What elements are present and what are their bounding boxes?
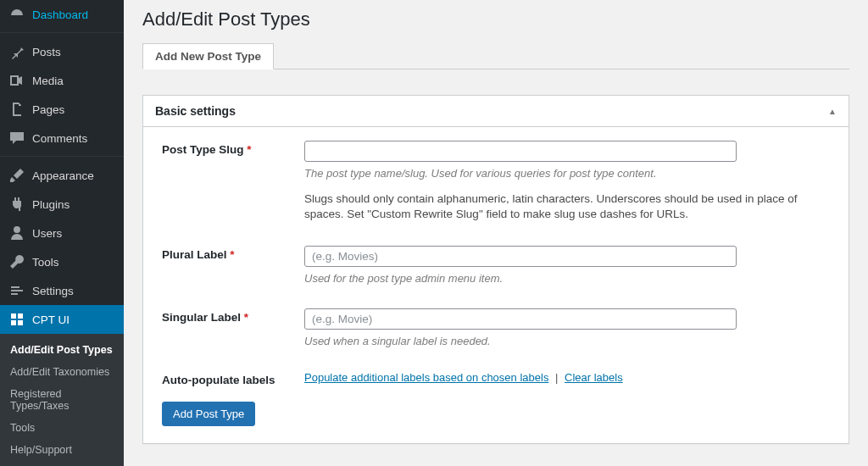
link-clear-labels[interactable]: Clear labels [565, 371, 623, 384]
postbox-header: Basic settings ▲ [143, 96, 849, 127]
menu-appearance[interactable]: Appearance [0, 161, 124, 190]
menu-pages[interactable]: Pages [0, 95, 124, 124]
menu-settings[interactable]: Settings [0, 276, 124, 305]
menu-posts[interactable]: Posts [0, 37, 124, 66]
help-post-type-slug: The post type name/slug. Used for variou… [304, 167, 830, 180]
admin-sidebar: Dashboard Posts Media Pages Comments [0, 0, 124, 466]
required-asterisk: * [230, 248, 234, 261]
cpt-icon [8, 311, 25, 328]
note-post-type-slug: Slugs should only contain alphanumeric, … [304, 191, 830, 222]
user-icon [8, 225, 25, 241]
link-populate-labels[interactable]: Populate additional labels based on chos… [304, 371, 548, 384]
postbox-body: Post Type Slug * The post type name/slug… [143, 127, 849, 443]
media-icon [8, 72, 25, 89]
input-singular-label[interactable] [304, 308, 737, 330]
pin-icon [8, 43, 25, 60]
gauge-icon [8, 6, 25, 23]
submenu-cpt-ui: Add/Edit Post Types Add/Edit Taxonomies … [0, 334, 124, 466]
menu-tools[interactable]: Tools [0, 247, 124, 276]
help-plural-label: Used for the post type admin menu item. [304, 272, 830, 285]
submenu-tools[interactable]: Tools [0, 417, 124, 439]
label-text: Auto-populate labels [162, 374, 275, 386]
row-post-type-slug: Post Type Slug * The post type name/slug… [162, 141, 830, 222]
app-root: Dashboard Posts Media Pages Comments [0, 0, 868, 466]
label-text: Singular Label [162, 311, 241, 324]
menu-dashboard[interactable]: Dashboard [0, 0, 124, 29]
label-plural-label: Plural Label * [162, 246, 304, 261]
input-post-type-slug[interactable] [304, 141, 737, 162]
brush-icon [8, 167, 25, 184]
page-title: Add/Edit Post Types [142, 7, 849, 42]
menu-label: CPT UI [32, 313, 70, 326]
field-auto-populate: Populate additional labels based on chos… [304, 371, 830, 384]
menu-label: Appearance [32, 169, 94, 182]
submenu-add-edit-taxonomies[interactable]: Add/Edit Taxonomies [0, 361, 124, 383]
pages-icon [8, 101, 25, 118]
input-plural-label[interactable] [304, 246, 737, 267]
menu-label: Users [32, 227, 62, 240]
admin-menu: Dashboard Posts Media Pages Comments [0, 0, 124, 466]
submenu-about-cpt-ui[interactable]: About CPT UI [0, 461, 124, 466]
basic-settings-box: Basic settings ▲ Post Type Slug * The po… [142, 95, 849, 444]
menu-users[interactable]: Users [0, 219, 124, 247]
field-post-type-slug: The post type name/slug. Used for variou… [304, 141, 830, 222]
tab-add-new-post-type[interactable]: Add New Post Type [142, 43, 274, 69]
link-separator: | [552, 371, 561, 384]
field-plural-label: Used for the post type admin menu item. [304, 246, 830, 285]
row-auto-populate: Auto-populate labels Populate additional… [162, 371, 830, 386]
menu-label: Settings [32, 285, 74, 297]
tab-bar: Add New Post Type [142, 42, 849, 69]
plug-icon [8, 196, 25, 213]
menu-cpt-ui[interactable]: CPT UI [0, 305, 124, 334]
postbox-toggle[interactable]: ▲ [828, 107, 837, 116]
label-auto-populate: Auto-populate labels [162, 371, 304, 386]
menu-label: Comments [32, 132, 87, 145]
required-asterisk: * [247, 143, 251, 156]
label-singular-label: Singular Label * [162, 308, 304, 324]
row-singular-label: Singular Label * Used when a singular la… [162, 308, 830, 347]
sliders-icon [8, 282, 25, 299]
submenu-registered-types-taxes[interactable]: Registered Types/Taxes [0, 383, 124, 417]
required-asterisk: * [244, 311, 248, 324]
menu-plugins[interactable]: Plugins [0, 190, 124, 219]
postbox-title: Basic settings [155, 104, 236, 118]
menu-label: Posts [32, 46, 61, 58]
add-post-type-button[interactable]: Add Post Type [162, 402, 255, 426]
label-text: Post Type Slug [162, 143, 244, 156]
menu-label: Dashboard [32, 8, 88, 21]
field-singular-label: Used when a singular label is needed. [304, 308, 830, 347]
submenu-help-support[interactable]: Help/Support [0, 439, 124, 461]
label-post-type-slug: Post Type Slug * [162, 141, 304, 156]
label-text: Plural Label [162, 248, 227, 261]
comment-icon [8, 130, 25, 147]
row-plural-label: Plural Label * Used for the post type ad… [162, 246, 830, 285]
menu-label: Media [32, 75, 64, 87]
submenu-add-edit-post-types[interactable]: Add/Edit Post Types [0, 339, 124, 361]
menu-label: Pages [32, 103, 64, 116]
menu-label: Plugins [32, 198, 70, 211]
wrench-icon [8, 253, 25, 270]
menu-media[interactable]: Media [0, 66, 124, 95]
help-singular-label: Used when a singular label is needed. [304, 335, 830, 347]
menu-comments[interactable]: Comments [0, 124, 124, 153]
menu-label: Tools [32, 256, 59, 269]
main-content: Add/Edit Post Types Add New Post Type Ba… [124, 0, 868, 466]
